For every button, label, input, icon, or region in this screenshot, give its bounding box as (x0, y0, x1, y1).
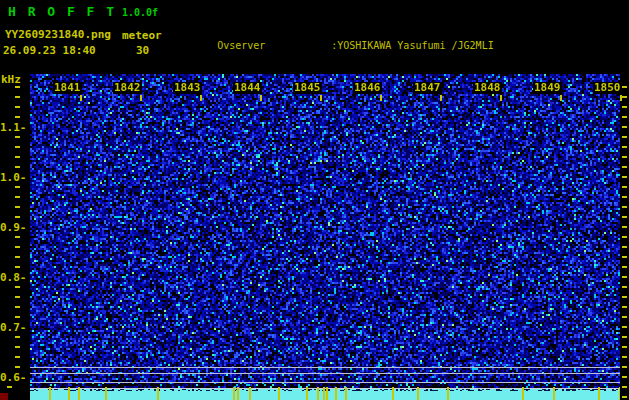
right-edge-tick (622, 366, 627, 368)
time-minute-tick (560, 95, 562, 101)
time-tick-label: 1841 (53, 82, 82, 94)
freq-minor-tick (15, 86, 20, 88)
observer-label: Ovserver (217, 40, 331, 52)
right-edge-tick (622, 376, 627, 378)
right-edge-tick (622, 386, 627, 388)
time-minute-tick (260, 95, 262, 101)
freq-minor-tick (15, 356, 20, 358)
freq-minor-tick (15, 96, 20, 98)
right-edge-tick (622, 256, 627, 258)
freq-minor-tick (15, 206, 20, 208)
time-tick-label: 1843 (173, 82, 202, 94)
freq-minor-tick (7, 386, 12, 388)
time-minute-tick (620, 95, 622, 101)
right-edge-tick (622, 206, 627, 208)
right-edge-tick (622, 196, 627, 198)
freq-axis-unit: kHz (1, 73, 21, 86)
time-tick-label: 1844 (233, 82, 262, 94)
right-edge-tick (622, 216, 627, 218)
freq-minor-tick (15, 346, 20, 348)
freq-tick-label: 1.0- (0, 171, 22, 184)
status-red-indicator (0, 393, 8, 400)
hrofft-window: H R O F F T 1.0.0f YY2609231840.png mete… (0, 0, 629, 400)
station-row-observer: Ovserver:YOSHIKAWA Yasufumi /JG2MLI (181, 28, 614, 64)
right-edge-tick (622, 246, 627, 248)
freq-minor-tick (15, 296, 20, 298)
output-filename: YY2609231840.png (5, 28, 111, 41)
freq-tick-label: 0.8- (0, 271, 22, 284)
right-edge-tick (622, 306, 627, 308)
time-minute-tick (320, 95, 322, 101)
freq-minor-tick (15, 316, 20, 318)
right-edge-tick (622, 326, 627, 328)
freq-minor-tick (15, 306, 20, 308)
time-tick-label: 1850 (593, 82, 622, 94)
right-edge-tick (622, 156, 627, 158)
freq-tick-label: 0.7- (0, 321, 22, 334)
freq-minor-tick (15, 336, 20, 338)
time-tick-label: 1848 (473, 82, 502, 94)
time-minute-tick (140, 95, 142, 101)
freq-tick-label: 1.1- (0, 121, 22, 134)
freq-minor-tick (15, 166, 20, 168)
freq-minor-tick (15, 256, 20, 258)
freq-tick-label: 0.9- (0, 221, 22, 234)
right-edge-tick (622, 276, 627, 278)
time-minute-tick (200, 95, 202, 101)
freq-minor-tick (15, 266, 20, 268)
freq-minor-tick (15, 106, 20, 108)
time-minute-tick (500, 95, 502, 101)
right-edge-tick (622, 96, 627, 98)
interval-value: 30 (136, 44, 149, 57)
freq-minor-tick (15, 156, 20, 158)
freq-minor-tick (15, 246, 20, 248)
right-edge-tick (622, 336, 627, 338)
right-edge-tick (622, 316, 627, 318)
right-edge-tick (622, 296, 627, 298)
right-edge-tick (622, 396, 627, 398)
right-edge-tick (622, 186, 627, 188)
right-edge-tick (622, 176, 627, 178)
time-tick-label: 1846 (353, 82, 382, 94)
freq-minor-tick (15, 186, 20, 188)
time-tick-label: 1845 (293, 82, 322, 94)
app-title: H R O F F T (8, 4, 116, 19)
time-minute-tick (440, 95, 442, 101)
mode-label: meteor (122, 29, 162, 42)
freq-minor-tick (15, 286, 20, 288)
time-tick-label: 1849 (533, 82, 562, 94)
right-edge-tick (622, 286, 627, 288)
right-edge-tick (622, 146, 627, 148)
datetime-label: 26.09.23 18:40 (3, 44, 96, 57)
observer-value: :YOSHIKAWA Yasufumi /JG2MLI (331, 40, 494, 51)
freq-minor-tick (15, 136, 20, 138)
time-tick-label: 1842 (113, 82, 142, 94)
time-minute-tick (80, 95, 82, 101)
freq-minor-tick (15, 116, 20, 118)
time-minute-tick (380, 95, 382, 101)
freq-minor-tick (15, 196, 20, 198)
right-edge-tick (622, 166, 627, 168)
time-tick-label: 1847 (413, 82, 442, 94)
right-edge-tick (622, 126, 627, 128)
right-edge-tick (622, 116, 627, 118)
right-edge-tick (622, 236, 627, 238)
freq-tick-label: 0.6- (0, 371, 22, 384)
app-version: 1.0.0f (122, 7, 158, 18)
freq-minor-tick (15, 216, 20, 218)
right-edge-tick (622, 226, 627, 228)
freq-minor-tick (15, 366, 20, 368)
right-edge-tick (622, 266, 627, 268)
right-edge-tick (622, 106, 627, 108)
right-edge-tick (622, 86, 627, 88)
freq-minor-tick (15, 146, 20, 148)
spectrogram-canvas (30, 74, 620, 400)
right-edge-tick (622, 346, 627, 348)
right-edge-tick (622, 136, 627, 138)
freq-minor-tick (15, 236, 20, 238)
right-edge-tick (622, 356, 627, 358)
